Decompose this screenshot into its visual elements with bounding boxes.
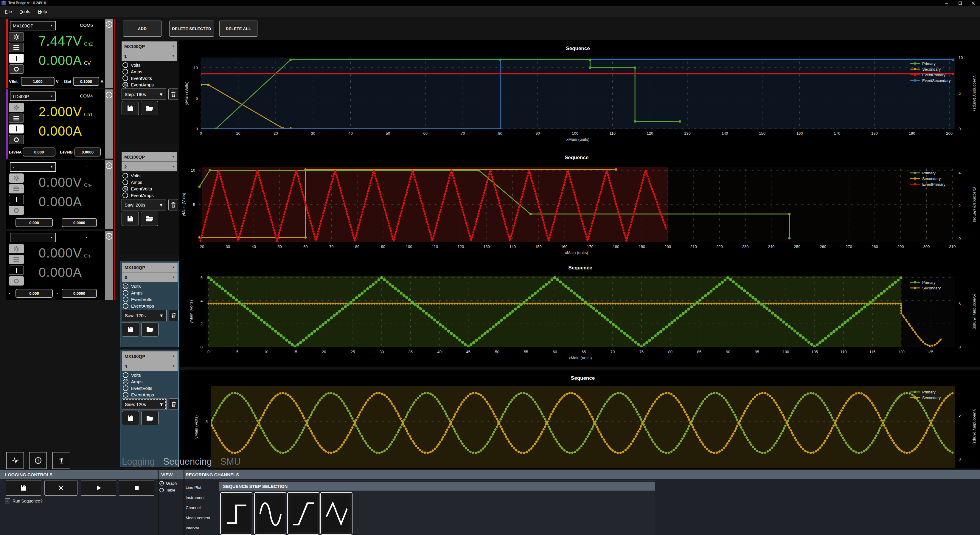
step-channel-dropdown[interactable]: 4▼: [122, 361, 178, 371]
radio-option-eventamps[interactable]: EventAmps: [123, 192, 178, 199]
close-icon[interactable]: [967, 0, 979, 6]
radio-option-eventamps[interactable]: EventAmps: [123, 391, 177, 398]
open-step-button[interactable]: [141, 411, 159, 425]
step-device-dropdown[interactable]: MX100QP▼: [122, 351, 178, 361]
field1-input[interactable]: 0.000: [16, 289, 53, 298]
radio-option-amps[interactable]: Amps: [123, 179, 178, 185]
radio-option-volts[interactable]: Volts: [123, 172, 178, 179]
delete-selected-button[interactable]: DELETE SELECTED: [169, 21, 214, 37]
step-device-dropdown[interactable]: MX100QP▼: [122, 41, 177, 51]
run-sequence-checkbox[interactable]: ✓: [5, 498, 10, 503]
instrument-model-dropdown[interactable]: -▼: [10, 233, 56, 242]
output-power-button[interactable]: [9, 124, 24, 134]
radio-option-eventvolts[interactable]: EventVolts: [123, 185, 178, 192]
radio-icon: [123, 379, 129, 384]
menu-file[interactable]: File: [5, 9, 12, 14]
open-step-button[interactable]: [141, 322, 159, 336]
recording-option-channel[interactable]: Channel: [186, 505, 200, 510]
field2-input[interactable]: 0.0000: [62, 289, 97, 298]
step-device-dropdown[interactable]: MX100QP▼: [122, 152, 177, 162]
menu-help[interactable]: Help: [38, 9, 47, 14]
open-step-button[interactable]: [141, 101, 158, 115]
field1-input[interactable]: 0.000: [16, 218, 53, 227]
radio-option-eventvolts[interactable]: EventVolts: [123, 75, 178, 81]
radio-option-eventamps[interactable]: EventAmps: [123, 303, 177, 309]
menu-tools[interactable]: Tools: [20, 9, 30, 14]
output-power-button[interactable]: [9, 54, 24, 63]
radio-option-volts[interactable]: Volts: [123, 62, 178, 68]
view-option-table[interactable]: Table: [159, 488, 175, 492]
step-device-dropdown[interactable]: MX100QP▼: [122, 263, 178, 272]
add-button[interactable]: ADD: [123, 21, 162, 37]
radio-icon: [123, 82, 128, 88]
tab-logging[interactable]: Logging: [122, 456, 154, 467]
expand-chevron-icon[interactable]: [106, 162, 112, 169]
pulse-monitor-button[interactable]: [6, 452, 24, 469]
menu-button[interactable]: [9, 43, 24, 52]
alerts-button[interactable]: [29, 452, 47, 469]
triangle-waveform-button[interactable]: [320, 492, 353, 535]
recording-option-interval[interactable]: Interval: [186, 526, 199, 530]
broadcast-button[interactable]: [52, 452, 70, 469]
waveform-dropdown[interactable]: Step: 180s▼: [122, 89, 166, 100]
expand-chevron-icon[interactable]: [106, 21, 112, 28]
clear-log-button[interactable]: [45, 480, 78, 496]
reset-button[interactable]: [9, 64, 24, 73]
save-step-button[interactable]: [122, 101, 139, 115]
stop-logging-button[interactable]: [119, 480, 154, 496]
radio-option-amps[interactable]: Amps: [123, 290, 177, 296]
save-step-button[interactable]: [122, 212, 139, 226]
radio-option-eventamps[interactable]: EventAmps: [123, 81, 178, 88]
output-power-button[interactable]: [9, 195, 24, 204]
field2-input[interactable]: 0.0000: [62, 218, 97, 227]
recording-option-instrument[interactable]: Instrument: [186, 495, 205, 500]
radio-option-amps[interactable]: Amps: [123, 378, 177, 385]
delete-step-button[interactable]: [169, 310, 178, 321]
expand-chevron-icon[interactable]: [106, 92, 112, 98]
sine-waveform-button[interactable]: [254, 492, 286, 535]
delete-step-button[interactable]: [169, 199, 178, 210]
instrument-model-dropdown[interactable]: LD400P▼: [10, 91, 56, 101]
settings-button[interactable]: [9, 32, 24, 41]
iset-input[interactable]: 0.1000: [73, 77, 99, 86]
step-waveform-button[interactable]: [220, 492, 252, 535]
tab-sequencing[interactable]: Sequencing: [163, 456, 212, 467]
svg-text:180: 180: [613, 244, 619, 249]
levelb-input[interactable]: 0.0000: [75, 148, 101, 156]
radio-option-eventvolts[interactable]: EventVolts: [123, 296, 177, 303]
waveform-dropdown[interactable]: Saw: 200s▼: [122, 199, 166, 210]
tab-smu[interactable]: SMU: [220, 456, 241, 467]
instrument-model-dropdown[interactable]: MX100QP▼: [10, 21, 56, 30]
recording-option-line-plot[interactable]: Line Plot: [186, 485, 201, 490]
delete-step-button[interactable]: [169, 398, 178, 410]
radio-option-amps[interactable]: Amps: [123, 68, 178, 75]
output-power-button[interactable]: [9, 266, 24, 275]
radio-option-eventvolts[interactable]: EventVolts: [123, 385, 177, 391]
view-option-graph[interactable]: Graph: [159, 481, 177, 486]
recording-option-measurement[interactable]: Measurement: [186, 516, 210, 520]
save-log-button[interactable]: [6, 480, 41, 496]
maximize-icon[interactable]: [954, 0, 966, 6]
radio-option-volts[interactable]: Volts: [123, 372, 177, 378]
save-step-button[interactable]: [122, 322, 139, 336]
menu-button[interactable]: [9, 113, 24, 123]
save-step-button[interactable]: [122, 411, 139, 425]
start-logging-button[interactable]: [81, 480, 116, 496]
radio-option-volts[interactable]: Volts: [123, 283, 177, 290]
waveform-dropdown[interactable]: Sine: 120s▼: [122, 398, 167, 410]
delete-step-button[interactable]: [169, 89, 178, 100]
step-channel-dropdown[interactable]: 3▼: [122, 272, 178, 282]
vset-input[interactable]: 1.000: [21, 77, 54, 86]
step-channel-dropdown[interactable]: 2▼: [122, 162, 177, 171]
open-step-button[interactable]: [141, 212, 158, 226]
step-channel-dropdown[interactable]: 1▼: [122, 51, 177, 61]
reset-button[interactable]: [9, 135, 24, 144]
expand-chevron-icon[interactable]: [106, 233, 112, 240]
svg-text:80: 80: [498, 131, 503, 135]
waveform-dropdown[interactable]: Saw: 120s▼: [122, 310, 167, 321]
instrument-model-dropdown[interactable]: -▼: [10, 162, 56, 172]
ramp-waveform-button[interactable]: [287, 492, 320, 535]
delete-all-button[interactable]: DELETE ALL: [219, 21, 258, 37]
minimize-icon[interactable]: [940, 0, 953, 6]
levela-input[interactable]: 0.000: [23, 148, 56, 156]
